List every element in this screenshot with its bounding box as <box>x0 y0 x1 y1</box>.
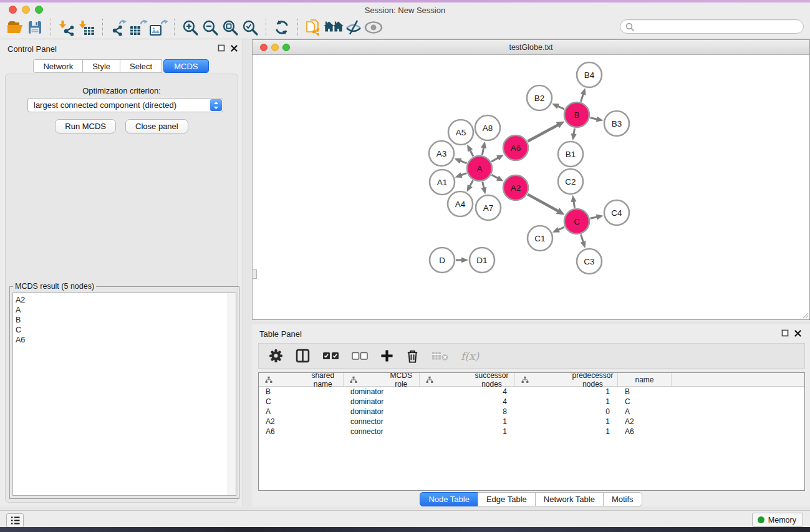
graph-edge-B-B1[interactable] <box>574 128 575 135</box>
run-mcds-button[interactable]: Run MCDS <box>55 119 116 133</box>
select-all-rows-icon[interactable] <box>322 347 339 365</box>
export-table-icon[interactable] <box>128 18 148 37</box>
table-cell[interactable]: A <box>259 407 344 417</box>
table-cell[interactable]: 1 <box>515 397 618 407</box>
search-input[interactable] <box>637 21 803 32</box>
export-network-icon[interactable] <box>108 18 128 37</box>
column-header-predecessor-nodes[interactable]: predecessor nodes <box>515 373 618 386</box>
zoom-fit-icon[interactable] <box>220 18 240 37</box>
show-graphics-icon[interactable] <box>364 18 383 37</box>
network-window-titlebar[interactable]: testGlobe.txt <box>253 40 809 55</box>
zoom-in-icon[interactable] <box>180 18 200 37</box>
graph-edge-A2-C[interactable] <box>528 195 558 211</box>
table-row[interactable]: Adominator80A <box>259 407 804 417</box>
mcds-result-item[interactable]: A <box>13 305 236 315</box>
table-cell[interactable]: 1 <box>420 427 515 437</box>
column-header-MCDS-role[interactable]: MCDS role <box>344 373 420 386</box>
float-panel-icon[interactable] <box>218 44 225 52</box>
table-row[interactable]: A2connector11A2 <box>259 417 804 427</box>
table-cell[interactable]: dominator <box>344 387 420 397</box>
network-resize-grip[interactable] <box>801 311 809 319</box>
tab-motifs[interactable]: Motifs <box>603 492 642 506</box>
column-header-successor-nodes[interactable]: successor nodes <box>420 373 515 386</box>
tab-network[interactable]: Network <box>33 59 83 73</box>
graph-edge-A-A5[interactable] <box>470 150 473 156</box>
graph-edge-C-C3[interactable] <box>581 235 584 242</box>
close-table-panel-icon[interactable] <box>794 330 801 337</box>
graph-edge-C-C4[interactable] <box>590 217 597 218</box>
table-cell[interactable]: 1 <box>420 417 515 427</box>
open-session-icon[interactable] <box>5 18 25 37</box>
mcds-result-scrollbar[interactable] <box>228 293 236 495</box>
delete-table-icon[interactable] <box>432 347 448 365</box>
table-cell[interactable]: dominator <box>344 407 420 417</box>
search-box[interactable] <box>620 19 804 34</box>
table-cell[interactable]: A2 <box>618 417 672 427</box>
mcds-result-item[interactable]: B <box>13 315 236 325</box>
close-panel-button[interactable]: Close panel <box>125 119 188 133</box>
export-image-icon[interactable] <box>148 18 168 37</box>
graph-edge-A-A6[interactable] <box>491 158 498 162</box>
tab-style[interactable]: Style <box>82 59 120 73</box>
mcds-result-item[interactable]: A6 <box>13 335 236 345</box>
clone-network-icon[interactable] <box>304 18 324 37</box>
graph-edge-A-A7[interactable] <box>483 181 484 188</box>
delete-column-icon[interactable] <box>406 347 419 365</box>
table-cell[interactable]: 4 <box>420 397 515 407</box>
add-column-icon[interactable] <box>380 347 393 365</box>
graph-edge-B-B2[interactable] <box>557 106 564 109</box>
tab-select[interactable]: Select <box>120 59 162 73</box>
table-cell[interactable]: 1 <box>515 417 618 427</box>
graph-edge-A6-B[interactable] <box>528 125 558 141</box>
table-cell[interactable]: A2 <box>259 417 344 427</box>
graph-edge-A-A2[interactable] <box>491 175 498 178</box>
table-cell[interactable]: 1 <box>515 387 618 397</box>
split-view-icon[interactable] <box>296 347 310 365</box>
graph-edge-C-C1[interactable] <box>558 227 564 230</box>
graph-edge-A-A8[interactable] <box>482 147 483 155</box>
tab-mcds[interactable]: MCDS <box>163 59 208 73</box>
hide-graphics-icon[interactable] <box>344 18 364 37</box>
save-session-icon[interactable] <box>25 18 45 37</box>
import-network-icon[interactable] <box>57 18 77 37</box>
tab-edge-table[interactable]: Edge Table <box>478 492 536 506</box>
deselect-all-rows-icon[interactable] <box>352 347 368 365</box>
table-cell[interactable]: dominator <box>344 397 420 407</box>
graph-edge-A-A4[interactable] <box>470 180 473 186</box>
tab-node-table[interactable]: Node Table <box>420 492 478 506</box>
network-graph[interactable]: B4B2BB3A8A5A6A3B1AA1C2A2A4A7C4CC1DD1C3 <box>253 55 809 319</box>
table-cell[interactable]: connector <box>344 427 420 437</box>
function-builder-icon[interactable]: f(x) <box>461 347 479 365</box>
table-cell[interactable]: B <box>259 387 344 397</box>
import-table-icon[interactable] <box>77 18 97 37</box>
mcds-result-item[interactable]: C <box>13 325 236 335</box>
column-header-shared-name[interactable]: shared name <box>259 373 344 386</box>
graph-edge-C-C2[interactable] <box>574 201 575 208</box>
home-layout-icon[interactable] <box>324 18 344 37</box>
table-cell[interactable]: B <box>618 387 672 397</box>
graph-edge-B-B3[interactable] <box>590 118 597 119</box>
close-panel-icon[interactable] <box>231 45 238 52</box>
table-settings-gear-icon[interactable] <box>269 347 283 365</box>
refresh-view-icon[interactable] <box>272 18 292 37</box>
criterion-dropdown[interactable]: largest connected component (directed) <box>27 98 223 112</box>
graph-edge-B-B4[interactable] <box>581 94 584 102</box>
memory-button[interactable]: Memory <box>752 513 803 527</box>
table-row[interactable]: A6connector11A6 <box>259 427 804 437</box>
table-cell[interactable]: 4 <box>420 387 515 397</box>
table-cell[interactable]: C <box>259 397 344 407</box>
float-table-panel-icon[interactable] <box>781 329 789 337</box>
table-cell[interactable]: A <box>618 407 672 417</box>
table-cell[interactable]: A6 <box>259 427 344 437</box>
task-history-button[interactable] <box>6 513 24 528</box>
table-cell[interactable]: 8 <box>420 407 515 417</box>
table-cell[interactable]: C <box>618 397 672 407</box>
table-cell[interactable]: A6 <box>618 427 672 437</box>
table-cell[interactable]: 1 <box>515 427 618 437</box>
zoom-selected-icon[interactable] <box>240 18 260 37</box>
zoom-out-icon[interactable] <box>200 18 220 37</box>
table-row[interactable]: Bdominator41B <box>259 387 804 397</box>
column-header-name[interactable]: name <box>618 373 672 386</box>
network-scroll-handle[interactable] <box>252 269 257 279</box>
tab-network-table[interactable]: Network Table <box>535 492 604 506</box>
